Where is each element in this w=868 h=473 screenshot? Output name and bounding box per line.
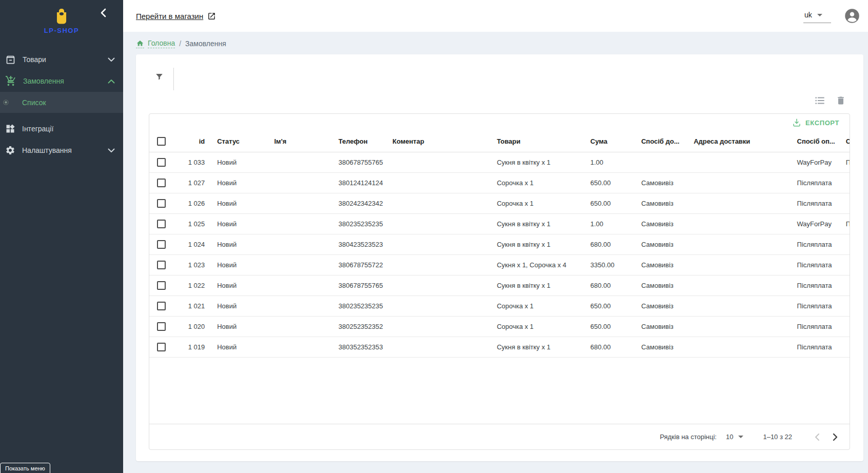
orders-table-wrap: idСтатусІм'яТелефонКоментарТовариСумаСпо… bbox=[149, 131, 850, 358]
sidebar-item-products[interactable]: Товари bbox=[0, 49, 123, 70]
cell-name bbox=[271, 172, 336, 193]
language-value: uk bbox=[804, 11, 812, 19]
table-row[interactable]: 1 033Новий380678755765Сукня в квітку x 1… bbox=[149, 152, 850, 172]
table-row[interactable]: 1 025Новий380235235235Сукня в квітку x 1… bbox=[149, 213, 850, 234]
column-header-payment_status: Ст bbox=[843, 131, 850, 152]
cell-payment_status bbox=[843, 234, 850, 254]
cell-name bbox=[271, 295, 336, 316]
cell-payment_status bbox=[843, 172, 850, 193]
cell-name bbox=[271, 254, 336, 275]
content: Головна / Замовлення bbox=[123, 32, 868, 473]
language-select[interactable]: uk bbox=[803, 9, 831, 23]
caret-down-icon bbox=[738, 436, 743, 438]
cell-payment_status bbox=[843, 193, 850, 213]
sidebar-item-integrations[interactable]: Інтеграції bbox=[0, 118, 123, 140]
cell-payment: WayForPay bbox=[795, 152, 843, 172]
rows-per-page-select[interactable]: 10 bbox=[726, 433, 743, 441]
previous-page-button[interactable] bbox=[807, 428, 826, 446]
pagination-bar: Рядків на сторінці: 10 1–10 з 22 bbox=[149, 424, 850, 449]
sidebar-item-label: Замовлення bbox=[23, 77, 108, 85]
cell-phone: 380235235235 bbox=[336, 295, 390, 316]
table-header-row: idСтатусІм'яТелефонКоментарТовариСумаСпо… bbox=[149, 131, 850, 152]
table-row[interactable]: 1 023Новий380678755722Сукня x 1, Сорочка… bbox=[149, 254, 850, 275]
cell-payment_status bbox=[843, 254, 850, 275]
sidebar-item-label: Список bbox=[22, 98, 46, 107]
user-avatar[interactable] bbox=[844, 8, 860, 24]
cell-address bbox=[691, 193, 794, 213]
cell-sum: 650.00 bbox=[588, 193, 638, 213]
cell-sum: 650.00 bbox=[588, 172, 638, 193]
filter-button[interactable] bbox=[154, 72, 164, 84]
cell-products: Сукня в квітку x 1 bbox=[495, 152, 587, 172]
table-empty-space bbox=[149, 358, 850, 424]
sidebar-item-label: Інтеграції bbox=[22, 125, 115, 133]
table-row[interactable]: 1 021Новий380235235235Сорочка x 1650.00С… bbox=[149, 295, 850, 316]
cell-address bbox=[691, 213, 794, 234]
filter-funnel-icon bbox=[154, 72, 164, 82]
cell-sum: 1.00 bbox=[588, 213, 638, 234]
column-header-address: Адреса доставки bbox=[691, 131, 794, 152]
next-page-button[interactable] bbox=[826, 428, 844, 446]
row-select-cell bbox=[149, 193, 170, 213]
cell-status: Новий bbox=[205, 172, 271, 193]
cell-comment bbox=[390, 152, 495, 172]
cell-payment_status: Пі bbox=[843, 213, 850, 234]
cell-delivery: Самовивіз bbox=[638, 337, 691, 357]
row-checkbox[interactable] bbox=[157, 261, 166, 269]
row-checkbox[interactable] bbox=[157, 220, 166, 228]
table-row[interactable]: 1 026Новий380242342342Сорочка x 1650.00С… bbox=[149, 193, 850, 213]
cell-sum: 1.00 bbox=[588, 152, 638, 172]
table-row[interactable]: 1 019Новий380352352353Сукня в квітку x 1… bbox=[149, 337, 850, 357]
cell-payment_status: Пі bbox=[843, 152, 850, 172]
row-checkbox[interactable] bbox=[157, 199, 166, 208]
row-checkbox[interactable] bbox=[157, 281, 166, 290]
cell-phone: 380678755722 bbox=[336, 254, 390, 275]
row-select-cell bbox=[149, 275, 170, 295]
cell-address bbox=[691, 275, 794, 295]
table-row[interactable]: 1 020Новий380252352352Сорочка x 1650.00С… bbox=[149, 316, 850, 337]
delete-trash-icon[interactable] bbox=[836, 95, 846, 106]
sidebar-item-label: Налаштування bbox=[22, 146, 108, 154]
export-button[interactable]: ЕКСПОРТ bbox=[788, 116, 843, 129]
widgets-icon bbox=[5, 124, 15, 134]
gear-icon bbox=[5, 145, 15, 155]
cell-status: Новий bbox=[205, 295, 271, 316]
sidebar-item-orders-list[interactable]: Список bbox=[0, 92, 123, 113]
table-row[interactable]: 1 022Новий380678755765Сукня в квітку x 1… bbox=[149, 275, 850, 295]
sidebar-item-orders[interactable]: Замовлення bbox=[0, 70, 123, 92]
row-checkbox[interactable] bbox=[157, 322, 166, 331]
sidebar: LP-SHOP Товари Замовлення Список bbox=[0, 0, 123, 473]
sidebar-collapse-button[interactable] bbox=[100, 8, 108, 19]
table-row[interactable]: 1 027Новий380124124124Сорочка x 1650.00С… bbox=[149, 172, 850, 193]
row-checkbox[interactable] bbox=[157, 302, 166, 310]
column-header-id: id bbox=[170, 131, 205, 152]
cell-comment bbox=[390, 234, 495, 254]
cell-id: 1 026 bbox=[170, 193, 205, 213]
go-to-store-link[interactable]: Перейти в магазин bbox=[136, 12, 216, 21]
cell-payment: Післяплата bbox=[795, 275, 843, 295]
cell-name bbox=[271, 337, 336, 357]
logo-text: LP-SHOP bbox=[44, 27, 79, 34]
cell-products: Сукня в квітку x 1 bbox=[495, 275, 587, 295]
cell-name bbox=[271, 193, 336, 213]
breadcrumb-current: Замовлення bbox=[185, 40, 226, 48]
select-all-checkbox[interactable] bbox=[157, 137, 166, 146]
column-header-phone: Телефон bbox=[336, 131, 390, 152]
breadcrumb-home-link[interactable]: Головна bbox=[136, 39, 175, 48]
cell-products: Сорочка x 1 bbox=[495, 316, 587, 337]
row-checkbox[interactable] bbox=[157, 179, 166, 187]
row-checkbox[interactable] bbox=[157, 158, 166, 167]
cell-id: 1 023 bbox=[170, 254, 205, 275]
breadcrumb-separator: / bbox=[179, 40, 181, 48]
orders-panel: ЕКСПОРТ idСтатусІм'яТелефонКоментарТовар… bbox=[136, 54, 863, 461]
sidebar-item-settings[interactable]: Налаштування bbox=[0, 140, 123, 161]
cell-status: Новий bbox=[205, 316, 271, 337]
cell-products: Сорочка x 1 bbox=[495, 172, 587, 193]
row-checkbox[interactable] bbox=[157, 240, 166, 249]
row-checkbox[interactable] bbox=[157, 343, 166, 351]
list-view-icon[interactable] bbox=[814, 95, 825, 106]
orders-table-body: 1 033Новий380678755765Сукня в квітку x 1… bbox=[149, 152, 850, 357]
table-row[interactable]: 1 024Новий380423523523Сукня в квітку x 1… bbox=[149, 234, 850, 254]
cell-phone: 380124124124 bbox=[336, 172, 390, 193]
row-select-cell bbox=[149, 337, 170, 357]
